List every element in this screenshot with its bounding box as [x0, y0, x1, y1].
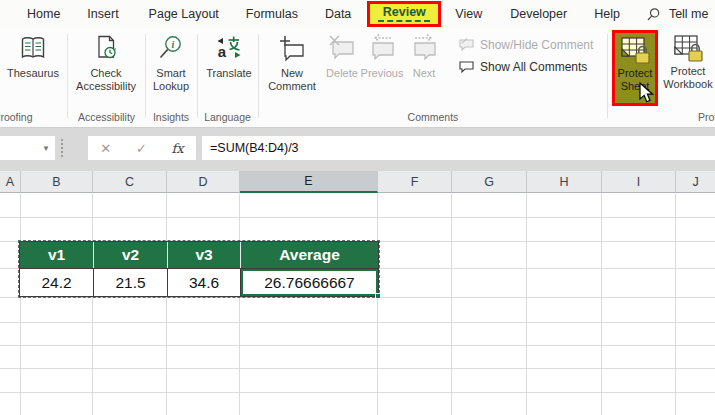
cell-e4-value: 26.76666667	[264, 274, 355, 292]
ribbon: Thesaurus Proofing Check Accessibility A…	[0, 28, 715, 128]
gridline	[0, 345, 715, 346]
thesaurus-button[interactable]: Thesaurus	[3, 33, 63, 80]
protect-workbook-button[interactable]: Protect Workbook	[660, 33, 715, 91]
show-hide-comment-toggle: Show/Hide Comment	[458, 37, 593, 52]
next-comment-label: Next	[413, 67, 436, 80]
insert-function-icon[interactable]: fx	[171, 141, 183, 156]
column-header-c[interactable]: C	[93, 171, 167, 193]
tab-help[interactable]: Help	[594, 7, 620, 21]
group-separator	[197, 34, 198, 118]
worksheet-grid[interactable]: v1 v2 v3 Average 24.2 21.5 34.6 26.76666…	[0, 193, 715, 415]
thesaurus-label: Thesaurus	[7, 67, 59, 80]
formula-bar-resize-handle[interactable]	[61, 139, 63, 157]
check-accessibility-button[interactable]: Check Accessibility	[69, 33, 143, 93]
protect-sheet-label-1: Protect	[618, 67, 653, 80]
show-hide-comment-icon	[458, 37, 475, 52]
tab-review-label: Review	[383, 5, 426, 19]
table-value-row: 24.2 21.5 34.6 26.76666667	[20, 268, 378, 296]
gridline	[451, 193, 452, 415]
tab-home[interactable]: Home	[27, 7, 60, 21]
column-header-d[interactable]: D	[167, 171, 240, 193]
cell-b4[interactable]: 24.2	[20, 268, 94, 296]
table-header-row: v1 v2 v3 Average	[20, 242, 378, 268]
smart-lookup-label-1: Smart	[156, 67, 185, 80]
show-all-comments-toggle[interactable]: Show All Comments	[458, 59, 587, 74]
review-tab-underline	[378, 20, 430, 22]
protect-workbook-icon	[671, 33, 705, 65]
previous-comment-icon	[367, 33, 397, 65]
tab-insert[interactable]: Insert	[87, 7, 118, 21]
data-table: v1 v2 v3 Average 24.2 21.5 34.6 26.76666…	[19, 241, 379, 297]
cell-e4-selected[interactable]: 26.76666667	[241, 268, 378, 296]
group-label-protect: Protect	[698, 111, 715, 123]
svg-text:i: i	[172, 39, 175, 50]
tab-developer[interactable]: Developer	[510, 7, 567, 21]
formula-bar: ▼ ✕ ✓ fx =SUM(B4:D4)/3	[0, 128, 715, 171]
show-hide-comment-label: Show/Hide Comment	[480, 38, 593, 52]
group-label-proofing: Proofing	[0, 111, 43, 123]
check-accessibility-label-2: Accessibility	[76, 80, 136, 93]
tell-me-box[interactable]: Tell me	[646, 7, 709, 22]
name-box[interactable]: ▼	[0, 136, 55, 160]
mouse-cursor-icon	[637, 82, 655, 104]
gridline	[0, 322, 715, 323]
protect-workbook-label-2: Workbook	[663, 78, 712, 91]
new-comment-button[interactable]: New Comment	[261, 33, 323, 93]
formula-input[interactable]: =SUM(B4:D4)/3	[202, 136, 715, 160]
translate-button[interactable]: a Translate	[200, 33, 258, 80]
gridline	[92, 193, 93, 415]
gridline	[0, 217, 715, 218]
tab-page-layout[interactable]: Page Layout	[149, 7, 219, 21]
column-header-g[interactable]: G	[452, 171, 527, 193]
name-box-dropdown-icon[interactable]: ▼	[42, 144, 50, 153]
tab-data[interactable]: Data	[325, 7, 351, 21]
smart-lookup-button[interactable]: i Smart Lookup	[146, 33, 196, 93]
protect-sheet-icon	[618, 35, 652, 67]
gridline	[0, 297, 715, 298]
group-separator	[607, 34, 608, 118]
column-header-i[interactable]: I	[602, 171, 676, 193]
gridline	[377, 193, 378, 415]
gridline	[601, 193, 602, 415]
column-headers: A B C D E F G H I J	[0, 171, 715, 193]
new-comment-icon	[276, 33, 308, 65]
gridline	[20, 193, 21, 415]
group-label-language: Language	[197, 111, 258, 123]
group-label-comments: Comments	[258, 111, 608, 123]
svg-text:a: a	[218, 43, 227, 60]
cancel-entry-icon[interactable]: ✕	[100, 141, 111, 156]
cell-d4[interactable]: 34.6	[168, 268, 241, 296]
group-label-insights: Insights	[145, 111, 197, 123]
gridline	[0, 368, 715, 369]
gridline	[675, 193, 676, 415]
smart-lookup-label-2: Lookup	[153, 80, 189, 93]
fill-handle[interactable]	[375, 293, 381, 299]
table-header-average[interactable]: Average	[241, 242, 378, 268]
gridline	[0, 392, 715, 393]
tab-view[interactable]: View	[455, 7, 482, 21]
translate-icon: a	[214, 33, 244, 65]
cell-c4[interactable]: 21.5	[94, 268, 168, 296]
column-header-a[interactable]: A	[0, 171, 21, 193]
previous-comment-label: Previous	[361, 67, 404, 80]
delete-comment-icon	[327, 33, 357, 65]
column-header-j[interactable]: J	[676, 171, 715, 193]
column-header-h[interactable]: H	[527, 171, 602, 193]
tell-me-label: Tell me	[669, 7, 709, 21]
column-header-b[interactable]: B	[21, 171, 93, 193]
tab-review-active[interactable]: Review	[367, 1, 441, 27]
table-header-v1[interactable]: v1	[20, 242, 94, 268]
protect-workbook-label-1: Protect	[671, 65, 706, 78]
next-comment-button: Next	[404, 33, 444, 80]
column-header-f[interactable]: F	[378, 171, 452, 193]
tab-formulas[interactable]: Formulas	[246, 7, 298, 21]
table-header-v3[interactable]: v3	[168, 242, 241, 268]
table-header-v2[interactable]: v2	[94, 242, 168, 268]
new-comment-label-2: Comment	[268, 80, 316, 93]
column-header-e-selected[interactable]: E	[240, 171, 378, 193]
ribbon-tab-bar: Home Insert Page Layout Formulas Data Re…	[0, 0, 715, 28]
confirm-entry-icon[interactable]: ✓	[136, 141, 147, 156]
gridline	[166, 193, 167, 415]
new-comment-label-1: New	[281, 67, 303, 80]
thesaurus-book-icon	[18, 33, 48, 65]
